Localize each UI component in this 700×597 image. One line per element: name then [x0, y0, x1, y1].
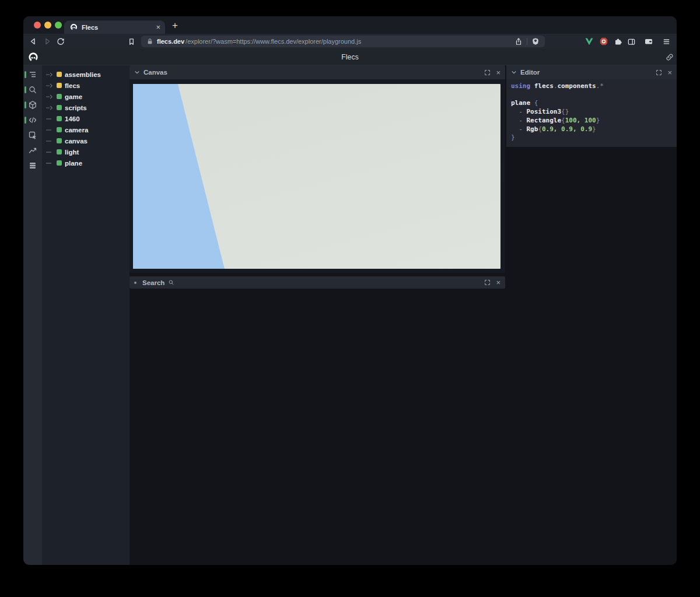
- editor-panel-title: Editor: [520, 69, 652, 76]
- flecs-logo-icon: [28, 52, 38, 62]
- tab-title: Flecs: [82, 24, 152, 31]
- leaf-line-icon: [46, 160, 54, 167]
- brave-shield-icon[interactable]: [531, 37, 540, 45]
- tree-item-1460[interactable]: 1460: [42, 113, 130, 124]
- close-icon[interactable]: ×: [667, 69, 672, 76]
- cursor-select-icon: [28, 131, 37, 140]
- sidebar-item-search[interactable]: [23, 82, 42, 97]
- editor-code[interactable]: using flecs.components.* plane { - Posit…: [506, 79, 677, 147]
- red-extension-icon[interactable]: [599, 34, 608, 49]
- entity-color-swatch: [57, 160, 62, 166]
- expand-arrow-icon[interactable]: [46, 71, 54, 78]
- fullscreen-icon[interactable]: [484, 279, 491, 286]
- fullscreen-icon[interactable]: [484, 69, 491, 76]
- code-line: }: [511, 134, 677, 142]
- tree-item-game[interactable]: game: [42, 91, 130, 102]
- window-zoom-button[interactable]: [55, 22, 62, 29]
- new-tab-button[interactable]: +: [169, 19, 181, 32]
- entity-color-swatch: [57, 94, 62, 99]
- vue-devtools-extension-icon[interactable]: [584, 34, 594, 49]
- tree-item-plane[interactable]: plane: [42, 157, 130, 168]
- entity-color-swatch: [57, 149, 62, 154]
- entity-color-swatch: [57, 105, 62, 110]
- page-title: Flecs: [23, 49, 677, 65]
- chevron-down-icon[interactable]: [134, 69, 140, 75]
- expand-arrow-icon[interactable]: [46, 93, 54, 100]
- tree-item-camera[interactable]: camera: [42, 124, 130, 135]
- entity-label: assemblies: [65, 71, 101, 78]
- entity-color-swatch: [57, 138, 62, 143]
- code-icon: [28, 115, 37, 125]
- flecs-favicon-icon: [70, 23, 78, 31]
- entity-label: 1460: [65, 115, 80, 122]
- back-button[interactable]: [28, 34, 38, 49]
- sidebar-toggle-icon[interactable]: [626, 34, 636, 49]
- entity-label: camera: [65, 127, 88, 134]
- canvas-panel-title: Canvas: [144, 69, 481, 76]
- share-link-icon[interactable]: [665, 52, 674, 62]
- sidebar-item-code[interactable]: [23, 113, 42, 128]
- canvas-scene[interactable]: [133, 84, 501, 269]
- code-line: - Rgb{0.9, 0.9, 0.9}: [511, 125, 677, 134]
- editor-panel-header[interactable]: Editor ×: [506, 65, 677, 79]
- chevron-down-icon[interactable]: [511, 69, 517, 75]
- search-magnifier-icon: [168, 279, 174, 286]
- entity-color-swatch: [57, 116, 62, 121]
- close-icon[interactable]: ×: [496, 69, 501, 76]
- sidebar-item-inspector[interactable]: [23, 128, 42, 143]
- code-line: - Rectangle{100, 100}: [511, 117, 677, 125]
- fullscreen-icon[interactable]: [656, 69, 662, 76]
- sidebar-item-entity-tree[interactable]: [23, 67, 42, 82]
- tree-item-light[interactable]: light: [42, 146, 130, 157]
- sidebar-item-stats[interactable]: [23, 143, 42, 158]
- cube-icon: [28, 100, 37, 110]
- entity-label: canvas: [65, 138, 88, 145]
- url-bar[interactable]: flecs.dev /explorer/?wasm=https://www.fl…: [141, 36, 545, 47]
- desktop-background: Flecs × +: [0, 0, 700, 597]
- entity-tree-panel: assembliesflecsgamescripts1460cameracanv…: [42, 65, 130, 565]
- tree-outline-icon: [28, 70, 37, 79]
- expand-arrow-icon[interactable]: [46, 104, 54, 111]
- url-path: /explorer/?wasm=https://www.flecs.dev/ex…: [186, 38, 361, 45]
- close-icon[interactable]: ×: [496, 279, 501, 286]
- tree-item-scripts[interactable]: scripts: [42, 102, 130, 113]
- entity-label: light: [65, 149, 79, 156]
- app-header: Flecs: [23, 49, 677, 65]
- canvas-panel: Canvas ×: [130, 65, 505, 273]
- sidebar-item-tables[interactable]: [23, 158, 42, 173]
- search-panel-title: Search: [142, 279, 164, 286]
- divider: [527, 38, 527, 45]
- entity-label: plane: [65, 160, 82, 167]
- entity-label: flecs: [65, 82, 80, 89]
- browser-tab-flecs[interactable]: Flecs ×: [64, 20, 165, 34]
- tree-item-assemblies[interactable]: assemblies: [42, 69, 130, 80]
- browser-window: Flecs × +: [23, 16, 677, 565]
- reload-button[interactable]: [55, 34, 66, 49]
- menu-hamburger-icon[interactable]: [662, 34, 671, 49]
- leaf-line-icon: [46, 127, 54, 134]
- sidebar-item-entities[interactable]: [23, 97, 42, 113]
- tree-item-canvas[interactable]: canvas: [42, 135, 130, 146]
- browser-toolbar: flecs.dev /explorer/?wasm=https://www.fl…: [23, 34, 677, 49]
- window-minimize-button[interactable]: [44, 22, 51, 29]
- tab-close-icon[interactable]: ×: [156, 23, 160, 31]
- window-close-button[interactable]: [34, 22, 41, 29]
- tree-item-flecs[interactable]: flecs: [42, 80, 130, 91]
- leaf-line-icon: [46, 115, 54, 122]
- expand-arrow-icon[interactable]: [46, 82, 54, 89]
- code-line: [511, 91, 677, 100]
- canvas-panel-header[interactable]: Canvas ×: [130, 65, 505, 79]
- share-icon[interactable]: [514, 37, 523, 45]
- forward-button[interactable]: [42, 34, 52, 49]
- wallet-icon[interactable]: [643, 34, 653, 49]
- search-icon: [28, 85, 37, 94]
- entity-label: scripts: [65, 104, 87, 111]
- entity-color-swatch: [57, 127, 62, 132]
- entity-color-swatch: [57, 83, 62, 88]
- code-line: plane {: [511, 99, 677, 108]
- canvas-sky: [133, 84, 501, 269]
- extensions-puzzle-icon[interactable]: [613, 34, 622, 49]
- bookmark-icon[interactable]: [126, 34, 136, 49]
- search-panel: Search ×: [130, 276, 505, 289]
- search-panel-header[interactable]: Search ×: [130, 276, 505, 289]
